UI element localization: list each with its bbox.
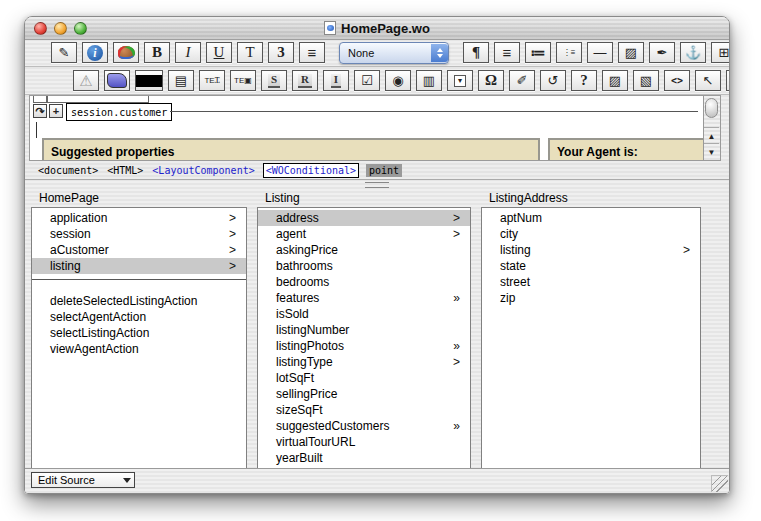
- hyperlink-pen-icon[interactable]: ✒: [649, 42, 675, 63]
- active-image-icon[interactable]: ▧: [633, 70, 659, 91]
- scroll-down-button[interactable]: ▼: [704, 143, 719, 160]
- key-row[interactable]: agent >: [258, 226, 470, 242]
- key-row[interactable]: yearBuilt: [258, 450, 470, 466]
- image-button-icon[interactable]: I: [323, 70, 349, 91]
- key-row[interactable]: virtualTourURL: [258, 434, 470, 450]
- icon-glyph: ▥: [423, 74, 435, 87]
- key-row[interactable]: session >: [32, 226, 246, 242]
- key-row[interactable]: sellingPrice: [258, 386, 470, 402]
- radio-button-icon[interactable]: ◉: [385, 70, 411, 91]
- window-title-group: HomePage.wo: [25, 21, 729, 36]
- path-token[interactable]: <WOConditional>: [263, 163, 359, 178]
- info-icon[interactable]: i: [82, 42, 108, 63]
- submit-button-icon[interactable]: S: [261, 70, 287, 91]
- style-popup[interactable]: None: [339, 42, 449, 64]
- popup-menu-button[interactable]: ▾: [447, 70, 473, 91]
- condition-binding-box[interactable]: session.customer: [66, 103, 172, 121]
- bold-button[interactable]: B: [144, 42, 170, 63]
- java-applet-icon[interactable]: ☕: [726, 70, 730, 91]
- your-agent-cell[interactable]: Your Agent is:: [548, 138, 708, 161]
- action-row[interactable]: viewAgentAction: [32, 341, 246, 357]
- key-row[interactable]: state: [482, 258, 700, 274]
- underline-button[interactable]: U: [206, 42, 232, 63]
- key-row[interactable]: listingType >: [258, 354, 470, 370]
- reset-button-icon[interactable]: R: [292, 70, 318, 91]
- reset-arrow-icon[interactable]: ↺: [540, 70, 566, 91]
- scrollbar-thumb[interactable]: [705, 98, 718, 118]
- action-label: deleteSelectedListingAction: [50, 294, 197, 308]
- black-swatch-icon[interactable]: [135, 70, 163, 91]
- key-row[interactable]: sizeSqFt: [258, 402, 470, 418]
- key-row[interactable]: city: [482, 226, 700, 242]
- help-button[interactable]: ?: [571, 70, 597, 91]
- key-label: aCustomer: [50, 243, 109, 257]
- numbered-list-button[interactable]: ⋮≡: [556, 42, 582, 63]
- edit-pane[interactable]: ↷ + session.customer Suggested propertie…: [29, 95, 721, 161]
- key-row[interactable]: listing >: [482, 242, 700, 258]
- paragraph-button[interactable]: ¶: [463, 42, 489, 63]
- inspector-icon[interactable]: ✎: [51, 42, 77, 63]
- path-token[interactable]: <HTML>: [106, 164, 144, 177]
- key-row[interactable]: listing >: [32, 258, 246, 274]
- color-palette-icon[interactable]: [113, 42, 139, 63]
- edit-pane-scrollbar[interactable]: ▲ ▼: [703, 96, 720, 160]
- actions-separator: [32, 279, 246, 280]
- key-row[interactable]: suggestedCustomers »: [258, 418, 470, 434]
- text-area-button[interactable]: TE▣: [230, 70, 256, 91]
- key-row[interactable]: bathrooms: [258, 258, 470, 274]
- embedded-html-button[interactable]: <>: [664, 70, 690, 91]
- form-button[interactable]: ▤: [168, 70, 194, 91]
- key-row[interactable]: listingNumber: [258, 322, 470, 338]
- bullet-list-button[interactable]: ≔: [525, 42, 551, 63]
- action-row[interactable]: deleteSelectedListingAction: [32, 293, 246, 309]
- key-row[interactable]: askingPrice: [258, 242, 470, 258]
- key-row[interactable]: features »: [258, 290, 470, 306]
- path-token[interactable]: <document>: [37, 164, 99, 177]
- heading-button[interactable]: 3: [268, 42, 294, 63]
- resize-grip[interactable]: [711, 475, 728, 492]
- icon-glyph: ◉: [392, 74, 403, 87]
- key-row[interactable]: zip: [482, 290, 700, 306]
- key-row[interactable]: aCustomer >: [32, 242, 246, 258]
- action-row[interactable]: selectAgentAction: [32, 309, 246, 325]
- pen-icon[interactable]: ✐: [509, 70, 535, 91]
- checkbox-button[interactable]: ☑: [354, 70, 380, 91]
- alignment-button[interactable]: ≡: [299, 42, 325, 63]
- add-binding-button[interactable]: +: [49, 104, 63, 118]
- key-row[interactable]: address >: [258, 210, 470, 226]
- browser-list-button[interactable]: ▥: [416, 70, 442, 91]
- title-bar[interactable]: HomePage.wo: [25, 17, 729, 40]
- key-row[interactable]: isSold: [258, 306, 470, 322]
- edit-mode-popup[interactable]: Edit Source: [31, 472, 135, 488]
- suggested-properties-cell[interactable]: Suggested properties: [42, 138, 540, 161]
- key-row[interactable]: aptNum: [482, 210, 700, 226]
- component-content-icon[interactable]: [104, 70, 130, 91]
- image-element-icon[interactable]: ▨: [602, 70, 628, 91]
- action-row[interactable]: selectListingAction: [32, 325, 246, 341]
- path-token[interactable]: <LayoutComponent>: [151, 164, 255, 177]
- frames-button[interactable]: ⊞: [711, 42, 730, 63]
- splitter-grip-icon[interactable]: [365, 182, 389, 188]
- minimize-button[interactable]: [54, 22, 67, 35]
- text-style-button[interactable]: T: [237, 42, 263, 63]
- image-button[interactable]: ▨: [618, 42, 644, 63]
- pane-splitter[interactable]: [25, 180, 729, 189]
- horizontal-rule-button[interactable]: —: [587, 42, 613, 63]
- key-row[interactable]: application >: [32, 210, 246, 226]
- conditional-loop-icon[interactable]: ↷: [33, 104, 47, 118]
- scroll-up-button[interactable]: ▲: [704, 127, 719, 144]
- anchor-icon[interactable]: ⚓: [680, 42, 706, 63]
- italic-button[interactable]: I: [175, 42, 201, 63]
- close-button[interactable]: [34, 22, 47, 35]
- component-cursor-icon[interactable]: ↖: [695, 70, 721, 91]
- path-token[interactable]: point: [366, 164, 402, 177]
- person-icon[interactable]: Ω: [478, 70, 504, 91]
- key-row[interactable]: lotSqFt: [258, 370, 470, 386]
- definition-list-button[interactable]: ≡: [494, 42, 520, 63]
- key-row[interactable]: street: [482, 274, 700, 290]
- warning-icon[interactable]: ⚠: [73, 70, 99, 91]
- zoom-button[interactable]: [74, 22, 87, 35]
- key-row[interactable]: listingPhotos »: [258, 338, 470, 354]
- key-row[interactable]: bedrooms: [258, 274, 470, 290]
- text-field-button[interactable]: TEꞮ: [199, 70, 225, 91]
